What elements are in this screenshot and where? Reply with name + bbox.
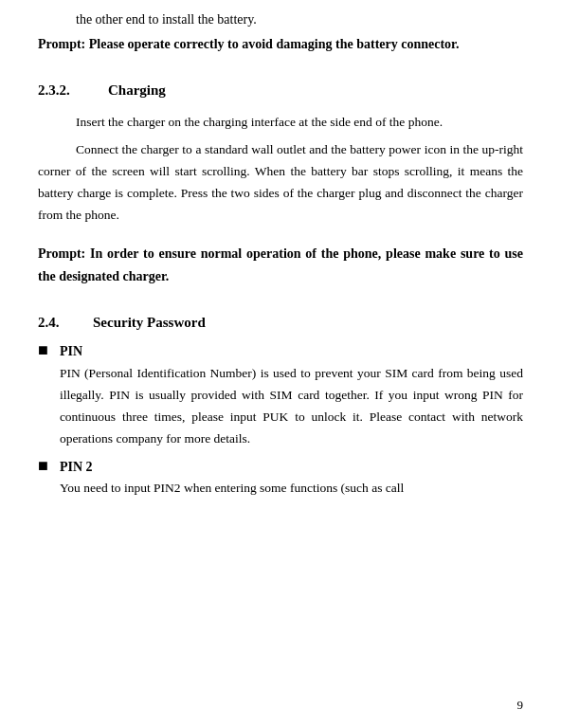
- section-24-heading: 2.4. Security Password: [38, 315, 523, 331]
- prompt-2: Prompt: In order to ensure normal operat…: [38, 243, 523, 288]
- pin2-content-block: PIN 2 You need to input PIN2 when enteri…: [60, 456, 404, 500]
- pin-bullet-item: ■ PIN PIN (Personal Identification Numbe…: [38, 340, 523, 450]
- bullet-square-icon-2: ■: [38, 454, 48, 478]
- page-container: the other end to install the battery. Pr…: [0, 0, 561, 728]
- charging-para2: Connect the charger to a standard wall o…: [38, 139, 523, 227]
- bullet-square-icon: ■: [38, 338, 48, 362]
- page-number: 9: [517, 698, 524, 713]
- section-232-heading: 2.3.2. Charging: [38, 82, 523, 99]
- pin2-label: PIN 2: [60, 456, 404, 479]
- pin-label: PIN: [60, 340, 523, 363]
- pin-content: PIN (Personal Identification Number) is …: [60, 363, 523, 450]
- pin2-content: You need to input PIN2 when entering som…: [60, 478, 404, 500]
- section-232-number: 2.3.2.: [38, 82, 85, 99]
- section-24-title: Security Password: [93, 315, 206, 331]
- pin-content-block: PIN PIN (Personal Identification Number)…: [60, 340, 523, 450]
- prompt-1: Prompt: Please operate correctly to avoi…: [38, 34, 523, 55]
- section-24-number: 2.4.: [38, 315, 76, 331]
- section-232-title: Charging: [108, 82, 166, 99]
- intro-line: the other end to install the battery.: [38, 9, 523, 30]
- charging-para1: Insert the charger on the charging inter…: [38, 112, 523, 134]
- pin2-bullet-item: ■ PIN 2 You need to input PIN2 when ente…: [38, 456, 523, 500]
